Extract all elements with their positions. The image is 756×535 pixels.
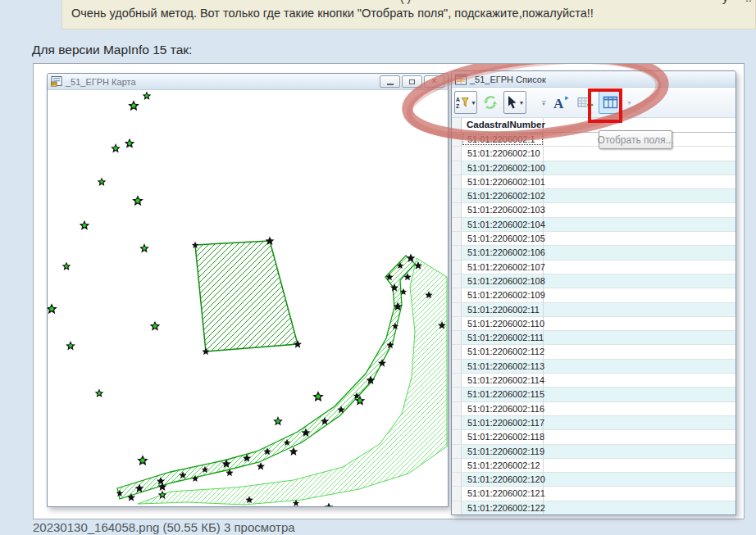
cadastral-number-cell[interactable]: 51:01:2206002:103 (462, 203, 544, 216)
table-row[interactable]: 51:01:2206002:116 (452, 402, 736, 416)
row-header-cell[interactable] (452, 246, 462, 259)
cadastral-number-cell[interactable]: 51:01:2206002:111 (462, 331, 544, 344)
cadastral-number-cell[interactable]: 51:01:2206002:110 (462, 317, 544, 330)
cadastral-number-cell[interactable]: 51:01:2206002:120 (462, 473, 544, 486)
row-header-cell[interactable] (452, 274, 462, 288)
cadastral-number-cell[interactable]: 51:01:2206002:113 (462, 360, 544, 373)
cadastral-number-cell[interactable]: 51:01:2206002:117 (462, 416, 544, 429)
row-header-cell[interactable] (452, 402, 462, 415)
cadastral-number-cell[interactable]: 51:01:2206002:104 (462, 218, 544, 231)
table-row[interactable]: 51:01:2206002:11 (452, 303, 736, 317)
cadastral-number-cell[interactable]: 51:01:2206002:102 (462, 189, 544, 202)
cadastral-number-cell[interactable]: 51:01:2206002:101 (462, 175, 544, 188)
row-header-cell[interactable] (452, 133, 462, 146)
row-header-cell[interactable] (452, 317, 462, 330)
table-header-row[interactable]: CadastralNumber (452, 118, 736, 133)
table-row[interactable]: 51:01:2206002:113 (452, 360, 736, 374)
row-header-cell[interactable] (452, 303, 462, 316)
list-window-titlebar[interactable]: _51_ЕГРН Список (452, 71, 736, 88)
table-row[interactable]: 51:01:2206002:110 (452, 317, 736, 331)
table-row[interactable]: 51:01:2206002:1 (452, 133, 736, 147)
sort-filter-button[interactable]: A Z ▼ (454, 91, 477, 114)
list-window[interactable]: _51_ЕГРН Список A Z ▼ (451, 70, 736, 515)
table-row[interactable]: 51:01:2206002:118 (452, 430, 736, 444)
maximize-button[interactable] (402, 75, 422, 88)
add-field-button[interactable] (574, 91, 597, 114)
row-header-cell[interactable] (452, 430, 462, 443)
row-header-cell[interactable] (452, 388, 462, 401)
cadastral-number-cell[interactable]: 51:01:2206002:1 (462, 133, 544, 146)
map-window[interactable]: _51_ЕГРН Карта ✕ (47, 73, 449, 507)
cadastral-number-cell[interactable]: 51:01:2206002:112 (462, 345, 544, 358)
table-row[interactable]: 51:01:2206002:112 (452, 345, 736, 359)
row-header-cell[interactable] (452, 288, 462, 302)
column-header[interactable]: CadastralNumber (462, 118, 544, 132)
row-header-cell[interactable] (452, 374, 462, 387)
table-row[interactable]: 51:01:2206002:101 (452, 175, 736, 189)
table-row[interactable]: 51:01:2206002:106 (452, 246, 736, 260)
map-window-titlebar[interactable]: _51_ЕГРН Карта ✕ (48, 74, 448, 90)
table-row[interactable]: 51:01:2206002:100 (452, 161, 736, 175)
row-header-cell[interactable] (452, 147, 462, 160)
table-row[interactable]: 51:01:2206002:111 (452, 331, 736, 345)
attached-screenshot[interactable]: _51_ЕГРН Карта ✕ (33, 63, 745, 519)
cadastral-number-cell[interactable]: 51:01:2206002:12 (462, 459, 544, 472)
cadastral-number-cell[interactable]: 51:01:2206002:115 (462, 388, 544, 401)
table-row[interactable]: 51:01:2206002:119 (452, 445, 736, 459)
cadastral-number-cell[interactable]: 51:01:2206002:119 (462, 445, 544, 458)
overflow-grip[interactable]: ▼ (540, 93, 548, 112)
map-canvas[interactable] (48, 90, 448, 506)
cadastral-number-cell[interactable]: 51:01:2206002:100 (462, 161, 544, 175)
refresh-button[interactable] (479, 91, 502, 114)
row-header-cell[interactable] (452, 175, 462, 188)
row-header-cell[interactable] (452, 261, 462, 274)
table-row[interactable]: 51:01:2206002:103 (452, 203, 736, 217)
font-button[interactable]: A (549, 91, 572, 114)
browser-toolbar[interactable]: A Z ▼ ▼ (452, 88, 736, 118)
cadastral-number-cell[interactable]: 51:01:2206002:10 (462, 147, 544, 160)
cadastral-number-cell[interactable]: 51:01:2206002:105 (462, 232, 544, 245)
table-row[interactable]: 51:01:2206002:120 (452, 473, 736, 487)
cadastral-number-cell[interactable]: 51:01:2206002:109 (462, 288, 544, 302)
row-header-cell[interactable] (452, 459, 462, 472)
row-header-cell[interactable] (452, 161, 462, 175)
row-header-cell[interactable] (452, 232, 462, 245)
table-row[interactable]: 51:01:2206002:105 (452, 232, 736, 246)
table-row[interactable]: 51:01:2206002:114 (452, 374, 736, 388)
row-header-cell[interactable] (452, 416, 462, 429)
row-header-cell[interactable] (452, 473, 462, 486)
table-row[interactable]: 51:01:2206002:122 (452, 501, 736, 515)
table-body[interactable]: 51:01:2206002:151:01:2206002:1051:01:220… (452, 133, 736, 515)
row-header-cell[interactable] (452, 360, 462, 373)
table-row[interactable]: 51:01:2206002:10 (452, 147, 736, 161)
row-header-cell[interactable] (452, 445, 462, 458)
row-header-cell[interactable] (452, 203, 462, 216)
table-row[interactable]: 51:01:2206002:117 (452, 416, 736, 430)
cadastral-number-cell[interactable]: 51:01:2206002:116 (462, 402, 544, 415)
row-header-cell[interactable] (452, 501, 462, 515)
row-header-cell[interactable] (452, 345, 462, 358)
cadastral-number-cell[interactable]: 51:01:2206002:118 (462, 430, 544, 443)
table-row[interactable]: 51:01:2206002:104 (452, 218, 736, 232)
cadastral-number-cell[interactable]: 51:01:2206002:107 (462, 261, 544, 274)
cadastral-number-cell[interactable]: 51:01:2206002:121 (462, 487, 544, 500)
table-row[interactable]: 51:01:2206002:107 (452, 261, 736, 274)
cadastral-number-cell[interactable]: 51:01:2206002:106 (462, 246, 544, 259)
minimize-button[interactable] (380, 75, 400, 88)
cadastral-number-cell[interactable]: 51:01:2206002:122 (462, 501, 544, 515)
cadastral-number-cell[interactable]: 51:01:2206002:114 (462, 374, 544, 387)
row-header-cell[interactable] (452, 218, 462, 231)
cadastral-number-cell[interactable]: 51:01:2206002:11 (462, 303, 544, 316)
close-button[interactable]: ✕ (424, 75, 444, 88)
table-row[interactable]: 51:01:2206002:121 (452, 487, 736, 501)
row-header-cell[interactable] (452, 331, 462, 344)
table-row[interactable]: 51:01:2206002:12 (452, 459, 736, 473)
row-header-cell[interactable] (452, 189, 462, 202)
row-header-cell[interactable] (452, 487, 462, 500)
table-row[interactable]: 51:01:2206002:115 (452, 388, 736, 401)
table-row[interactable]: 51:01:2206002:109 (452, 288, 736, 302)
table-row[interactable]: 51:01:2206002:108 (452, 274, 736, 288)
cadastral-number-cell[interactable]: 51:01:2206002:108 (462, 274, 544, 288)
pick-fields-button[interactable] (599, 91, 622, 114)
select-arrow-button[interactable]: ▼ (503, 91, 526, 114)
